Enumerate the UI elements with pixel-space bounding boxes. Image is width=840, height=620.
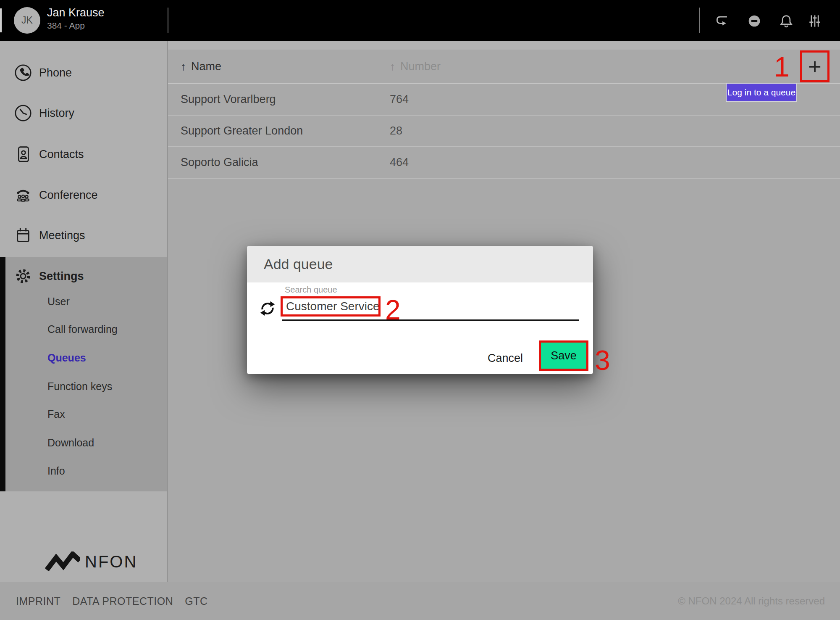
do-not-disturb-icon[interactable] bbox=[745, 12, 764, 30]
window-edge-tick bbox=[0, 8, 2, 32]
save-button[interactable]: Save bbox=[541, 343, 586, 369]
nfon-logo-mark bbox=[45, 551, 80, 572]
footer-link-gtc[interactable]: GTC bbox=[185, 595, 207, 607]
sidebar-item-conference[interactable]: Conference bbox=[0, 180, 167, 210]
topbar-divider bbox=[699, 8, 700, 33]
settings-subitem-function-keys[interactable]: Function keys bbox=[47, 378, 112, 395]
footer-link-imprint[interactable]: IMPRINT bbox=[16, 595, 60, 607]
annotation-box-2 bbox=[281, 296, 381, 317]
user-extension: 384 - App bbox=[47, 21, 85, 31]
gear-icon bbox=[14, 267, 32, 285]
calendar-icon bbox=[14, 226, 32, 245]
sidebar-item-label: Contacts bbox=[39, 148, 84, 161]
settings-subitem-info[interactable]: Info bbox=[47, 462, 65, 479]
queue-number: 764 bbox=[390, 84, 409, 115]
annotation-step-2: 2 bbox=[385, 296, 401, 324]
notifications-bell-icon[interactable] bbox=[777, 12, 795, 30]
table-row[interactable]: Soporto Galicia 464 bbox=[168, 147, 840, 179]
content-top-strip bbox=[168, 41, 840, 50]
avatar-initials: JK bbox=[21, 15, 33, 26]
settings-subitem-queues[interactable]: Queues bbox=[47, 349, 86, 366]
annotation-box-3: Save bbox=[539, 340, 588, 371]
sidebar-item-label: Settings bbox=[39, 270, 84, 283]
sidebar-item-meetings[interactable]: Meetings bbox=[0, 221, 167, 250]
footer: IMPRINT DATA PROTECTION GTC © NFON 2024 … bbox=[0, 582, 840, 620]
copyright-text: © NFON 2024 All rights reserved bbox=[678, 595, 825, 607]
call-redirect-icon[interactable] bbox=[713, 12, 732, 30]
settings-subitem-fax[interactable]: Fax bbox=[47, 406, 65, 422]
topbar: JK Jan Krause 384 - App bbox=[0, 0, 840, 41]
conference-phone-icon bbox=[14, 186, 32, 204]
column-header-name[interactable]: ↑ Name bbox=[181, 50, 221, 83]
sidebar-item-label: History bbox=[39, 107, 74, 120]
footer-links: IMPRINT DATA PROTECTION GTC bbox=[16, 595, 207, 607]
settings-subitem-call-forwarding[interactable]: Call forwarding bbox=[47, 321, 118, 338]
contacts-card-icon bbox=[14, 145, 32, 164]
queue-name: Support Greater London bbox=[181, 116, 303, 146]
annotation-box-1: + bbox=[800, 50, 830, 82]
sidebar-item-history[interactable]: History bbox=[0, 98, 167, 128]
sidebar-item-settings[interactable]: Settings bbox=[0, 261, 167, 291]
sidebar-item-label: Conference bbox=[39, 189, 98, 202]
avatar[interactable]: JK bbox=[14, 7, 40, 34]
input-underline bbox=[282, 319, 579, 321]
cancel-button[interactable]: Cancel bbox=[480, 348, 530, 369]
dialog-title: Add queue bbox=[264, 246, 333, 282]
nfon-logo-text: NFON bbox=[85, 552, 137, 571]
search-queue-label: Search queue bbox=[285, 285, 337, 295]
sync-icon[interactable] bbox=[259, 300, 276, 317]
login-queue-tooltip: Log in to a queue bbox=[726, 83, 797, 102]
sidebar-item-label: Phone bbox=[39, 66, 72, 79]
settings-subitem-user[interactable]: User bbox=[47, 293, 70, 310]
search-queue-input[interactable] bbox=[283, 300, 378, 313]
queue-name: Support Vorarlberg bbox=[181, 84, 276, 115]
table-row[interactable]: Support Greater London 28 bbox=[168, 116, 840, 147]
add-queue-dialog: Add queue Search queue Cancel Save bbox=[247, 246, 593, 374]
sidebar-item-label: Meetings bbox=[39, 229, 85, 242]
settings-section: Settings User Call forwarding Queues Fun… bbox=[0, 257, 167, 491]
user-name: Jan Krause bbox=[47, 6, 105, 19]
sidebar-item-phone[interactable]: Phone bbox=[0, 58, 167, 87]
annotation-step-3: 3 bbox=[595, 346, 610, 374]
nfon-logo: NFON bbox=[45, 551, 137, 572]
history-clock-icon bbox=[14, 104, 32, 122]
sidebar-item-contacts[interactable]: Contacts bbox=[0, 140, 167, 169]
phone-icon bbox=[14, 63, 32, 82]
queue-number: 464 bbox=[390, 147, 409, 178]
sort-asc-icon: ↑ bbox=[390, 60, 395, 73]
queue-table-header: ↑ Name ↑ Number bbox=[168, 50, 840, 84]
column-header-number[interactable]: ↑ Number bbox=[390, 50, 441, 83]
add-queue-button[interactable]: + bbox=[808, 55, 822, 78]
annotation-step-1: 1 bbox=[774, 53, 790, 81]
dialog-header: Add queue bbox=[247, 246, 593, 282]
queue-name: Soporto Galicia bbox=[181, 147, 258, 178]
sidebar: Phone History Contacts bbox=[0, 41, 168, 582]
sort-asc-icon: ↑ bbox=[181, 60, 186, 73]
audio-settings-sliders-icon[interactable] bbox=[806, 12, 824, 30]
settings-subitem-download[interactable]: Download bbox=[47, 434, 94, 451]
footer-link-data-protection[interactable]: DATA PROTECTION bbox=[72, 595, 173, 607]
topbar-divider bbox=[168, 8, 168, 33]
queue-number: 28 bbox=[390, 116, 402, 146]
